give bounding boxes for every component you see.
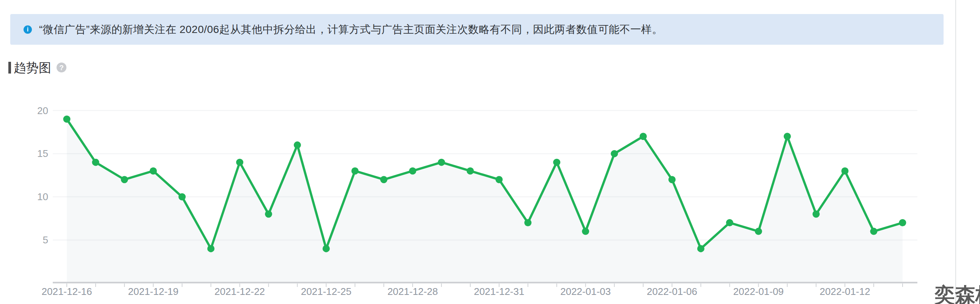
data-point-2021-12-28[interactable] xyxy=(409,167,416,174)
data-point-2021-12-22[interactable] xyxy=(236,159,243,166)
data-point-2021-12-29[interactable] xyxy=(438,159,445,166)
data-point-2021-12-18[interactable] xyxy=(121,176,128,183)
data-point-2021-12-17[interactable] xyxy=(92,159,99,166)
data-point-2021-12-30[interactable] xyxy=(467,167,474,174)
data-point-2021-12-21[interactable] xyxy=(207,245,215,252)
data-point-2022-01-08[interactable] xyxy=(726,219,733,226)
svg-text:2021-12-31: 2021-12-31 xyxy=(474,286,524,297)
svg-text:20: 20 xyxy=(37,105,48,116)
data-point-2021-12-27[interactable] xyxy=(380,176,388,183)
svg-text:2021-12-25: 2021-12-25 xyxy=(301,286,352,297)
data-point-2022-01-04[interactable] xyxy=(611,150,618,157)
data-point-2022-01-07[interactable] xyxy=(697,245,705,252)
data-point-2022-01-10[interactable] xyxy=(784,133,791,140)
data-point-2021-12-23[interactable] xyxy=(265,211,272,218)
data-point-2021-12-16[interactable] xyxy=(64,116,71,123)
watermark-text: 奕森格 xyxy=(934,285,980,304)
data-point-2022-01-02[interactable] xyxy=(553,159,560,166)
svg-text:2021-12-28: 2021-12-28 xyxy=(388,286,438,297)
data-point-2021-12-26[interactable] xyxy=(352,167,359,174)
svg-text:10: 10 xyxy=(37,191,48,203)
data-point-2022-01-03[interactable] xyxy=(582,228,589,235)
data-point-2021-12-24[interactable] xyxy=(294,141,301,149)
data-point-2022-01-11[interactable] xyxy=(813,211,820,218)
svg-text:2022-01-12: 2022-01-12 xyxy=(820,286,870,297)
svg-text:2021-12-22: 2021-12-22 xyxy=(215,286,265,297)
data-point-2021-12-19[interactable] xyxy=(150,167,157,174)
page-divider xyxy=(955,0,956,304)
svg-text:2022-01-06: 2022-01-06 xyxy=(647,286,697,297)
svg-text:2022-01-09: 2022-01-09 xyxy=(733,286,784,297)
data-point-2022-01-06[interactable] xyxy=(668,176,676,183)
data-point-2022-01-12[interactable] xyxy=(842,167,849,174)
data-point-2021-12-20[interactable] xyxy=(178,193,186,201)
svg-text:15: 15 xyxy=(37,148,48,159)
data-point-2022-01-14[interactable] xyxy=(899,219,906,226)
data-point-2022-01-09[interactable] xyxy=(755,228,762,235)
data-point-2022-01-01[interactable] xyxy=(524,219,531,226)
trend-line-chart: 51015202021-12-162021-12-192021-12-22202… xyxy=(0,0,980,304)
data-point-2021-12-31[interactable] xyxy=(495,176,503,183)
svg-text:2021-12-16: 2021-12-16 xyxy=(42,286,92,297)
data-point-2022-01-13[interactable] xyxy=(870,228,878,235)
svg-text:2022-01-03: 2022-01-03 xyxy=(560,286,611,297)
data-point-2022-01-05[interactable] xyxy=(640,133,647,140)
data-point-2021-12-25[interactable] xyxy=(323,245,330,252)
svg-text:5: 5 xyxy=(43,234,48,245)
svg-text:2021-12-19: 2021-12-19 xyxy=(128,286,178,297)
